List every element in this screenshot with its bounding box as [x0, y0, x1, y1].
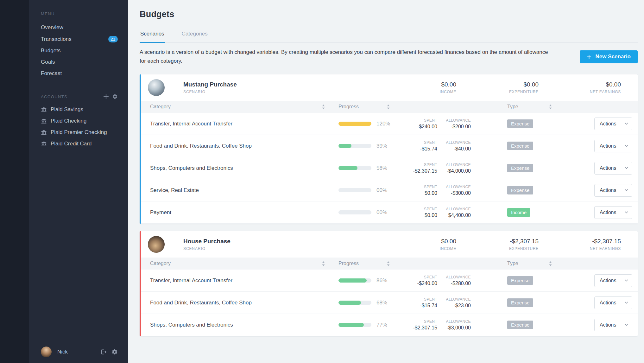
tab[interactable]: Scenarios: [140, 31, 165, 43]
sort-category-button[interactable]: [322, 261, 325, 266]
actions-cell: Actions: [594, 296, 632, 309]
user-settings-button[interactable]: [111, 349, 118, 355]
progress-bar: [338, 122, 371, 126]
table-header: Category Progress Type: [141, 258, 638, 270]
allowance-value: -$200.00: [442, 124, 471, 130]
progress-cell: 00%: [330, 187, 403, 194]
spent-label: SPENT: [403, 207, 437, 211]
expenditure-value: $0.00: [456, 81, 539, 88]
type-cell: Expense: [507, 321, 594, 329]
sidebar-menu-item[interactable]: Transactions 21: [41, 33, 128, 45]
type-column-header: Type: [507, 104, 594, 110]
accounts-list: Plaid Savings Plaid Checking Plaid Premi…: [41, 104, 128, 150]
income-stat: $0.00 INCOME: [374, 81, 456, 94]
spent-label: SPENT: [403, 319, 437, 324]
expenditure-label: EXPENDITURE: [456, 90, 539, 94]
spent-value: -$240.00: [403, 124, 437, 130]
sort-icon: [322, 261, 325, 266]
actions-button-label: Actions: [600, 121, 616, 127]
allowance-label: ALLOWANCE: [442, 297, 471, 302]
actions-cell: Actions: [594, 184, 632, 197]
tab[interactable]: Categories: [181, 31, 208, 43]
chevron-down-icon: [625, 302, 628, 304]
actions-button[interactable]: Actions: [594, 206, 632, 219]
sign-out-icon: [101, 349, 107, 355]
actions-button[interactable]: Actions: [594, 319, 632, 331]
spent-value: -$15.74: [403, 146, 437, 152]
sidebar-menu-item[interactable]: Overview: [41, 22, 128, 33]
category-name: Food and Drink, Restaurants, Coffee Shop: [150, 300, 330, 306]
progress-cell: 58%: [330, 165, 403, 171]
sidebar-menu-item[interactable]: Goals: [41, 56, 128, 68]
accounts-header: ACCOUNTS: [41, 94, 118, 99]
sidebar-menu-item[interactable]: Forecast: [41, 68, 128, 79]
scenario-card: House Purchase SCENARIO $0.00 INCOME -$2…: [140, 231, 638, 336]
sort-type-button[interactable]: [549, 105, 552, 109]
progress-bar-fill: [338, 278, 367, 283]
actions-cell: Actions: [594, 118, 632, 130]
actions-button-label: Actions: [600, 165, 616, 171]
actions-button[interactable]: Actions: [594, 140, 632, 152]
type-cell: Expense: [507, 298, 594, 307]
scenario-stats: $0.00 INCOME $0.00 EXPENDITURE $0.00 NET…: [374, 81, 621, 94]
allowance-label: ALLOWANCE: [442, 319, 471, 324]
sidebar: MENU Overview Transactions 21 Budgets Go…: [0, 0, 128, 363]
type-cell: Expense: [507, 186, 594, 194]
sort-progress-button[interactable]: [387, 261, 390, 266]
intro-bar: A scenario is a version of a budget with…: [140, 48, 638, 66]
progress-bar-fill: [338, 301, 361, 305]
menu-item-label: Forecast: [41, 70, 62, 77]
type-cell: Expense: [507, 142, 594, 150]
user-name: Nick: [57, 349, 96, 355]
actions-button[interactable]: Actions: [594, 118, 632, 130]
spent-cell: SPENT -$15.74: [403, 297, 437, 309]
allowance-cell: ALLOWANCE -$200.00: [442, 118, 471, 130]
spent-cell: SPENT -$240.00: [403, 275, 437, 286]
actions-cell: Actions: [594, 140, 632, 152]
spent-value: -$240.00: [403, 281, 437, 286]
actions-button[interactable]: Actions: [594, 296, 632, 309]
sidebar-account-item[interactable]: Plaid Premier Checking: [41, 127, 128, 138]
progress-header-label: Progress: [338, 104, 359, 110]
budget-row: Food and Drink, Restaurants, Coffee Shop…: [141, 292, 638, 314]
spent-cell: SPENT $0.00: [403, 207, 437, 218]
sidebar-account-item[interactable]: Plaid Savings: [41, 104, 128, 115]
sort-type-button[interactable]: [549, 261, 552, 266]
sidebar-account-item[interactable]: Plaid Checking: [41, 115, 128, 127]
progress-bar: [338, 301, 371, 305]
accounts-settings-button[interactable]: [112, 94, 118, 99]
sign-out-button[interactable]: [101, 349, 107, 355]
type-badge: Expense: [507, 119, 533, 128]
sort-progress-button[interactable]: [387, 105, 390, 109]
actions-button[interactable]: Actions: [594, 274, 632, 287]
progress-column-header: Progress: [330, 261, 403, 266]
account-item-label: Plaid Savings: [51, 106, 83, 113]
allowance-cell: ALLOWANCE -$40.00: [442, 140, 471, 152]
sort-icon: [549, 261, 552, 266]
spent-value: -$15.74: [403, 303, 437, 309]
progress-bar-fill: [338, 166, 357, 170]
scenario-description: A scenario is a version of a budget with…: [140, 48, 551, 66]
allowance-cell: ALLOWANCE -$280.00: [442, 275, 471, 286]
expenditure-label: EXPENDITURE: [456, 246, 539, 251]
spent-label: SPENT: [403, 118, 437, 123]
allowance-value: -$23.00: [442, 303, 471, 309]
actions-cell: Actions: [594, 319, 632, 331]
new-scenario-button[interactable]: New Scenario: [580, 50, 638, 63]
menu-list: Overview Transactions 21 Budgets Goals F…: [41, 22, 128, 79]
sort-category-button[interactable]: [322, 105, 325, 109]
actions-button[interactable]: Actions: [594, 184, 632, 197]
sidebar-account-item[interactable]: Plaid Credit Card: [41, 138, 128, 150]
category-column-header: Category: [150, 104, 330, 110]
account-item-label: Plaid Credit Card: [51, 141, 92, 147]
progress-percent: 00%: [376, 209, 387, 216]
budget-rows: Transfer, Internal Account Transfer 120%…: [141, 113, 638, 224]
actions-button[interactable]: Actions: [594, 162, 632, 175]
add-account-button[interactable]: [103, 94, 109, 99]
allowance-label: ALLOWANCE: [442, 118, 471, 123]
progress-bar: [338, 144, 371, 148]
spent-label: SPENT: [403, 162, 437, 167]
sidebar-menu-item[interactable]: Budgets: [41, 45, 128, 56]
menu-item-label: Transactions: [41, 36, 72, 42]
actions-button-label: Actions: [600, 188, 616, 193]
